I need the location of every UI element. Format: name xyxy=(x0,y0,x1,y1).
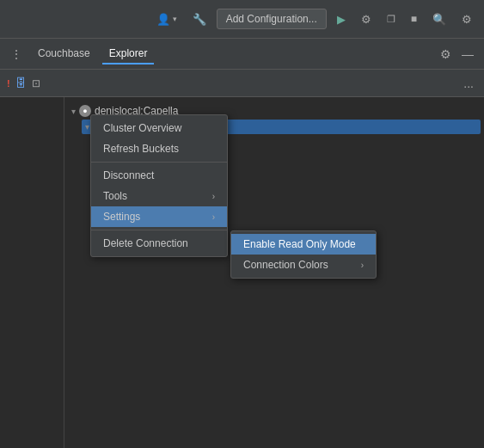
connection-chevron: ▾ xyxy=(71,107,76,116)
settings-icon: ⚙ xyxy=(361,13,371,26)
user-dropdown-arrow: ▾ xyxy=(173,15,177,23)
panel-header: ! 🗄 ⊡ ... xyxy=(0,70,484,97)
more-options-icon: ... xyxy=(463,77,474,90)
secondary-toolbar: ⋮ Couchbase Explorer ⚙ — xyxy=(0,39,484,70)
settings-arrow-icon: › xyxy=(212,212,215,222)
sidebar xyxy=(0,97,64,448)
submenu-item-connection-colors[interactable]: Connection Colors › xyxy=(231,255,376,275)
tools-arrow-icon: › xyxy=(212,192,215,201)
run-button[interactable]: ▶ xyxy=(332,9,351,29)
menu-item-tools[interactable]: Tools › xyxy=(91,186,227,206)
selected-chevron: ▾ xyxy=(85,122,89,132)
stop-icon: ■ xyxy=(411,13,417,25)
submenu: Enable Read Only Mode Connection Colors … xyxy=(230,230,377,279)
copy-button[interactable]: ❐ xyxy=(382,10,401,28)
more-options-button[interactable]: ... xyxy=(460,75,477,92)
menu-separator-1 xyxy=(91,162,227,163)
tab-couchbase[interactable]: Couchbase xyxy=(31,44,97,64)
panel-settings-button[interactable]: ⚙ xyxy=(437,46,455,63)
main-content: ▾ ● denislocal:Capella ▾ ▸ 📁 tenant_agen… xyxy=(0,97,484,448)
tab-explorer[interactable]: Explorer xyxy=(102,44,155,64)
context-menu: Cluster Overview Refresh Buckets Disconn… xyxy=(90,114,228,257)
gear-button[interactable]: ⚙ xyxy=(456,9,477,29)
user-icon: 👤 xyxy=(156,13,170,26)
user-button[interactable]: 👤 ▾ xyxy=(151,9,182,29)
settings-button[interactable]: ⚙ xyxy=(356,9,377,29)
panel-minimize-icon: — xyxy=(462,47,474,61)
menu-item-refresh-buckets[interactable]: Refresh Buckets xyxy=(91,138,227,159)
wrench-button[interactable]: 🔧 xyxy=(187,9,211,29)
menu-item-settings[interactable]: Settings › xyxy=(91,206,227,227)
database-icon: 🗄 xyxy=(15,77,27,89)
run-icon: ▶ xyxy=(337,13,346,26)
search-button[interactable]: 🔍 xyxy=(427,9,451,29)
connection-icon: ● xyxy=(79,105,91,117)
gear-icon: ⚙ xyxy=(462,13,472,26)
tree-area: ▾ ● denislocal:Capella ▾ ▸ 📁 tenant_agen… xyxy=(64,97,484,448)
add-config-button[interactable]: Add Configuration... xyxy=(217,9,327,29)
connection-colors-arrow-icon: › xyxy=(361,261,364,270)
wrench-icon: 🔧 xyxy=(193,13,206,26)
stop-button[interactable]: ■ xyxy=(406,9,422,28)
menu-item-disconnect[interactable]: Disconnect xyxy=(91,165,227,186)
copy-icon: ❐ xyxy=(387,14,395,25)
menu-item-cluster-overview[interactable]: Cluster Overview xyxy=(91,118,227,138)
panel-settings-icon: ⚙ xyxy=(440,47,451,61)
vertical-dots-icon[interactable]: ⋮ xyxy=(7,44,26,64)
panel-minimize-button[interactable]: — xyxy=(458,46,477,63)
submenu-item-read-only[interactable]: Enable Read Only Mode xyxy=(231,234,376,255)
cube-icon: ⊡ xyxy=(32,77,40,89)
search-icon: 🔍 xyxy=(432,13,446,26)
error-badge: ! xyxy=(7,78,10,89)
top-toolbar: 👤 ▾ 🔧 Add Configuration... ▶ ⚙ ❐ ■ 🔍 ⚙ xyxy=(0,0,484,39)
menu-separator-2 xyxy=(91,230,227,230)
menu-item-delete-connection[interactable]: Delete Connection xyxy=(91,233,227,254)
